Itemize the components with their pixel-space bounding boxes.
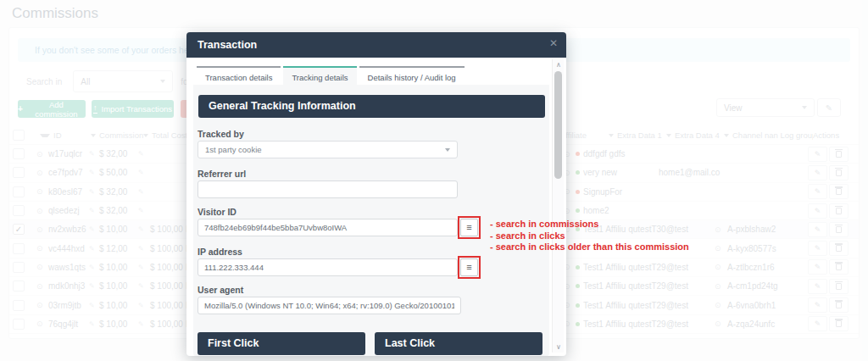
scroll-up-icon[interactable]: ∧ (553, 61, 565, 69)
annotation-box-ip-address (458, 256, 481, 279)
modal-tabs: Transaction details Tracking details Det… (197, 66, 465, 86)
referrer-url-label: Referrer url (198, 169, 246, 179)
annotation-note: - search in clicks older than this commi… (490, 242, 689, 253)
tab-tracking-details[interactable]: Tracking details (283, 66, 356, 86)
tracked-by-select[interactable]: 1st party cookie (198, 141, 458, 158)
scrollbar-thumb[interactable] (554, 71, 562, 179)
section-header-first-click: First Click (198, 332, 365, 355)
modal-title: Transaction (198, 39, 257, 51)
annotation-notes: - search in commissions - search in clic… (490, 219, 689, 253)
annotation-note: - search in clicks (490, 230, 689, 242)
tracked-by-label: Tracked by (198, 129, 244, 139)
section-header-last-click: Last Click (375, 332, 542, 355)
annotation-box-visitor-id (458, 216, 481, 239)
user-agent-label: User agent (198, 285, 243, 295)
section-header-general-tracking: General Tracking Information (198, 95, 545, 118)
annotation-note: - search in commissions (490, 219, 689, 230)
tab-details-history-audit-log[interactable]: Details history / Audit log (359, 66, 465, 86)
tracked-by-value: 1st party cookie (205, 145, 262, 154)
modal-header: Transaction ✕ (186, 32, 566, 58)
modal-scrollbar[interactable]: ∧ ∨ (552, 59, 564, 353)
transaction-modal: Transaction ✕ Transaction details Tracki… (186, 32, 566, 356)
referrer-url-input[interactable] (198, 180, 458, 198)
ip-address-input[interactable] (198, 258, 458, 276)
chevron-down-icon (445, 148, 450, 152)
scroll-down-icon[interactable]: ∨ (553, 343, 565, 351)
tab-transaction-details[interactable]: Transaction details (197, 66, 281, 86)
visitor-id-label: Visitor ID (198, 207, 236, 217)
close-icon[interactable]: ✕ (549, 38, 558, 48)
user-agent-input[interactable] (198, 297, 461, 314)
visitor-id-input[interactable] (198, 219, 458, 236)
ip-address-label: IP address (198, 247, 242, 257)
